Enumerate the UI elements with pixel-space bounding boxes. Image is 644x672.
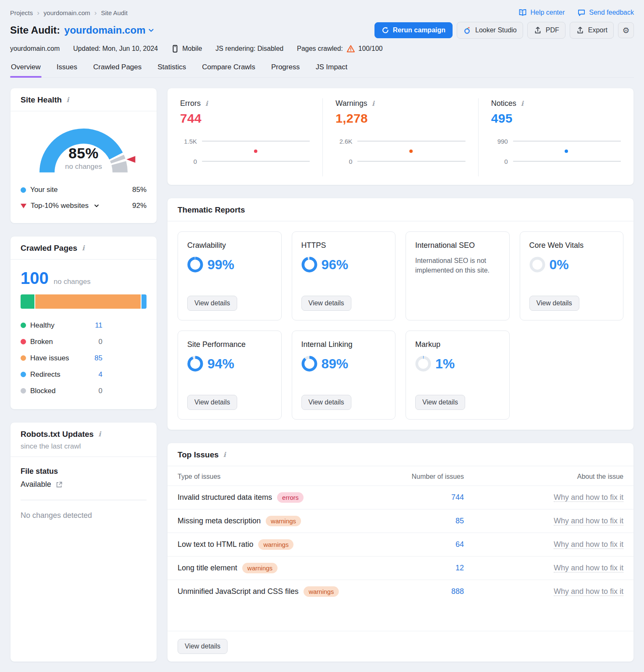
legend-your-site-value: 85%	[132, 186, 147, 194]
info-icon[interactable]: i	[81, 245, 85, 252]
chevron-down-icon	[148, 27, 154, 34]
legend-top10-websites: Top-10% websites 92%	[21, 198, 147, 214]
why-how-to-fix-link[interactable]: Why and how to fix it	[554, 587, 623, 596]
red-dot-icon	[21, 339, 26, 344]
legend-healthy-label: Healthy	[30, 321, 55, 330]
settings-button[interactable]: ⚙	[618, 22, 634, 38]
tab-crawled-pages[interactable]: Crawled Pages	[92, 61, 142, 77]
issue-count-link[interactable]: 744	[397, 493, 464, 502]
why-how-to-fix-link[interactable]: Why and how to fix it	[554, 517, 623, 525]
book-icon	[518, 8, 527, 17]
info-icon[interactable]: i	[520, 100, 524, 107]
looker-studio-button[interactable]: Looker Studio	[457, 22, 523, 39]
info-icon[interactable]: i	[371, 100, 375, 107]
crawled-pages-change: no changes	[54, 278, 91, 286]
thematic-site-performance: Site Performance 94% View details	[178, 331, 282, 420]
legend-top10-label[interactable]: Top-10% websites	[31, 202, 89, 210]
bar-segment-redirects[interactable]	[141, 294, 147, 309]
errors-value[interactable]: 744	[180, 111, 310, 126]
progress-ring-icon	[187, 356, 203, 372]
issue-count-link[interactable]: 85	[397, 517, 464, 525]
top-issues-header-row: Type of issues Number of issues About th…	[168, 466, 634, 486]
progress-ring-icon	[529, 257, 545, 273]
robots-title: Robots.txt Updates	[21, 430, 94, 439]
external-link-icon[interactable]	[55, 481, 63, 488]
legend-your-site-label: Your site	[30, 186, 58, 194]
tab-overview[interactable]: Overview	[10, 61, 42, 77]
upload-icon	[534, 26, 542, 34]
core-web-vitals-view-details-button[interactable]: View details	[529, 296, 579, 311]
why-how-to-fix-link[interactable]: Why and how to fix it	[554, 493, 623, 502]
breadcrumb-domain[interactable]: yourdomain.com	[44, 9, 90, 16]
bar-segment-healthy[interactable]	[21, 294, 34, 309]
progress-ring-icon	[187, 257, 203, 273]
progress-ring-icon	[301, 356, 317, 372]
https-view-details-button[interactable]: View details	[301, 296, 351, 311]
why-how-to-fix-link[interactable]: Why and how to fix it	[554, 540, 623, 549]
tab-progress[interactable]: Progress	[270, 61, 301, 77]
legend-redirects-count[interactable]: 4	[99, 370, 147, 379]
site-performance-view-details-button[interactable]: View details	[187, 395, 237, 410]
export-button[interactable]: Export	[570, 22, 614, 39]
legend-have-issues-count[interactable]: 85	[94, 354, 147, 362]
internal-linking-view-details-button[interactable]: View details	[301, 395, 351, 410]
crawled-pages-count: 100	[21, 269, 49, 288]
info-icon[interactable]: i	[204, 100, 209, 107]
breadcrumb-site-audit: Site Audit	[101, 9, 127, 16]
legend-healthy-count[interactable]: 11	[95, 321, 147, 330]
refresh-icon	[382, 26, 389, 34]
legend-blocked-label: Blocked	[30, 387, 55, 395]
data-point	[565, 150, 568, 153]
export-label: Export	[588, 26, 607, 34]
pdf-button[interactable]: PDF	[527, 22, 565, 39]
meta-pages-crawled-label: Pages crawled:	[297, 45, 343, 52]
warnings-value[interactable]: 1,278	[335, 111, 465, 126]
tab-bar: Overview Issues Crawled Pages Statistics…	[10, 61, 634, 78]
issue-count-link[interactable]: 64	[397, 540, 464, 549]
help-center-link[interactable]: Help center	[518, 8, 565, 17]
site-health-gauge: 85% no changes	[29, 119, 138, 182]
tab-statistics[interactable]: Statistics	[157, 61, 187, 77]
meta-js-rendering: JS rendering: Disabled	[215, 45, 283, 52]
file-status-value[interactable]: Available	[21, 480, 51, 489]
issue-count-link[interactable]: 12	[397, 564, 464, 572]
domain-selector[interactable]: yourdomain.com	[64, 24, 154, 36]
thematic-reports-title: Thematic Reports	[178, 205, 245, 215]
info-icon[interactable]: i	[223, 452, 227, 458]
looker-studio-icon	[463, 26, 471, 34]
tab-issues[interactable]: Issues	[56, 61, 78, 77]
tab-compare-crawls[interactable]: Compare Crawls	[201, 61, 256, 77]
crawlability-view-details-button[interactable]: View details	[187, 296, 237, 311]
meta-updated: Updated: Mon, Jun 10, 2024	[73, 45, 158, 52]
blue-dot-icon	[21, 187, 26, 193]
info-icon[interactable]: i	[97, 431, 102, 438]
domain-selector-label: yourdomain.com	[64, 24, 145, 36]
issue-name: Low text to HTML ratio	[178, 540, 253, 549]
y-max-label: 990	[491, 138, 508, 145]
errors-sparkline: 1.5K 0	[180, 137, 310, 165]
markup-view-details-button[interactable]: View details	[415, 395, 465, 410]
thematic-site-performance-pct: 94%	[207, 356, 234, 372]
meta-pages-crawled: Pages crawled: 100/100	[297, 45, 382, 53]
speech-bubble-icon	[577, 8, 586, 17]
thematic-https-title: HTTPS	[301, 241, 386, 250]
notices-label: Notices	[491, 99, 516, 108]
top-issues-view-details-button[interactable]: View details	[178, 639, 228, 654]
gridline	[357, 161, 465, 162]
warnings-stat: Warnings i 1,278 2.6K 0	[322, 98, 478, 176]
info-icon[interactable]: i	[65, 97, 70, 103]
bar-segment-have-issues[interactable]	[35, 294, 141, 309]
warnings-badge: warnings	[258, 539, 293, 550]
red-triangle-icon	[21, 204, 26, 208]
why-how-to-fix-link[interactable]: Why and how to fix it	[554, 564, 623, 572]
send-feedback-link[interactable]: Send feedback	[577, 8, 634, 17]
rerun-campaign-button[interactable]: Rerun campaign	[374, 22, 453, 38]
breadcrumb-projects[interactable]: Projects	[10, 9, 33, 16]
issue-count-link[interactable]: 888	[397, 587, 464, 596]
y-min-label: 0	[335, 158, 352, 165]
chevron-down-icon[interactable]	[94, 203, 99, 209]
thematic-crawlability-title: Crawlability	[187, 241, 272, 250]
notices-value[interactable]: 495	[491, 111, 621, 126]
tab-js-impact[interactable]: JS Impact	[315, 61, 348, 77]
col-about-the-issue: About the issue	[464, 473, 623, 480]
